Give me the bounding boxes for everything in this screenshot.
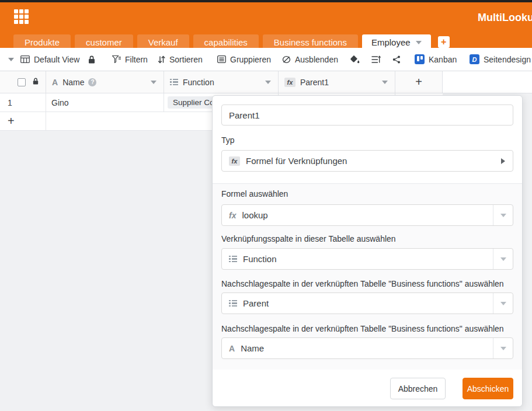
column-menu-icon[interactable] [382, 81, 388, 84]
color-fill-button[interactable] [350, 48, 360, 71]
row-height-button[interactable] [371, 48, 381, 71]
link-column-icon [170, 79, 178, 86]
select-all-checkbox[interactable] [18, 78, 26, 86]
column-type-selector[interactable]: fx Formel für Verknüpfungen [221, 150, 513, 172]
add-column-button[interactable]: + [395, 71, 443, 93]
lock-icon [33, 78, 39, 85]
view-name: Default View [34, 55, 79, 64]
add-row-button[interactable]: + [0, 112, 46, 130]
dropdown-caret[interactable] [493, 205, 513, 225]
app-screen: MultiLookup Produkte customer Verkauf ca… [0, 0, 532, 411]
dropdown-caret[interactable] [493, 338, 513, 358]
chevron-right-icon [501, 158, 505, 164]
group-button[interactable]: Gruppieren [217, 48, 271, 71]
chevron-down-icon [8, 58, 14, 61]
row-height-icon [371, 55, 381, 64]
chevron-down-icon[interactable] [416, 41, 422, 44]
column-header-name[interactable]: A Name ? [46, 71, 164, 93]
column-menu-icon[interactable] [151, 81, 157, 84]
column-name-input[interactable] [221, 105, 513, 126]
text-column-icon: A [229, 344, 235, 353]
apps-grid-icon[interactable] [14, 9, 29, 24]
lookup-column-select-1[interactable]: Parent [221, 292, 513, 314]
table-icon [20, 55, 30, 63]
filter-icon [112, 55, 121, 63]
link-column-select[interactable]: Function [221, 248, 513, 270]
dropdown-caret[interactable] [493, 249, 513, 269]
page-design-button[interactable]: D Seitendesign [470, 48, 531, 71]
view-selector[interactable]: Default View [20, 48, 79, 71]
panel-footer: Abbrechen Abschicken [213, 370, 522, 406]
formula-icon: fx [284, 78, 295, 87]
kanban-icon [415, 54, 425, 64]
grid-header-row: A Name ? Function fx Parent1 + [0, 71, 532, 93]
paint-bucket-icon [350, 55, 360, 64]
lookup-column-label-1: Nachschlagespalte in der verknüpften Tab… [221, 279, 504, 288]
row-number[interactable]: 1 [0, 93, 46, 112]
sort-button[interactable]: Sortieren [158, 48, 203, 71]
chevron-down-icon [500, 257, 506, 261]
dropdown-caret[interactable] [493, 293, 513, 314]
link-column-label: Verknüpfungsspalte in dieser Tabelle aus… [221, 234, 396, 243]
share-icon [392, 55, 401, 64]
sort-icon [158, 55, 165, 64]
column-menu-icon[interactable] [265, 81, 271, 84]
fx-icon: fx [229, 211, 236, 220]
type-label: Typ [221, 135, 235, 145]
submit-button[interactable]: Abschicken [463, 378, 513, 399]
cell-name[interactable]: Gino [46, 93, 164, 112]
lock-view-button[interactable] [88, 48, 95, 71]
kanban-button[interactable]: Kanban [415, 48, 457, 71]
column-header-function[interactable]: Function [164, 71, 279, 93]
eye-slash-icon [282, 55, 291, 64]
lookup-column-select-2[interactable]: A Name [221, 337, 513, 359]
base-title: MultiLookup [478, 12, 532, 24]
lock-icon [88, 55, 95, 64]
view-toolbar: Default View Filtern Sortieren Gruppiere… [0, 48, 532, 71]
group-icon [217, 55, 226, 63]
filter-button[interactable]: Filtern [112, 48, 148, 71]
gutter-header [0, 71, 46, 93]
share-button[interactable] [392, 48, 401, 71]
hide-columns-button[interactable]: Ausblenden [282, 48, 338, 71]
link-column-icon [229, 256, 237, 263]
link-formula-icon: fx [229, 156, 240, 166]
app-header: MultiLookup Produkte customer Verkauf ca… [0, 2, 532, 48]
column-header-parent1[interactable]: fx Parent1 [279, 71, 395, 93]
add-table-button[interactable]: + [438, 36, 450, 48]
chevron-down-icon [500, 347, 506, 350]
page-design-icon: D [470, 54, 479, 64]
chevron-down-icon [500, 214, 506, 217]
cancel-button[interactable]: Abbrechen [390, 378, 446, 399]
column-settings-panel: Typ fx Formel für Verknüpfungen Formel a… [212, 95, 523, 407]
views-collapse-button[interactable] [8, 48, 14, 71]
formula-select-label: Formel auswählen [221, 189, 288, 198]
help-icon: ? [88, 78, 96, 86]
lookup-column-label-2: Nachschlagespalte in der verknüpften Tab… [221, 324, 504, 333]
link-column-icon [229, 300, 237, 307]
formula-select[interactable]: fx lookup [221, 204, 513, 226]
text-column-icon: A [52, 78, 58, 87]
chevron-down-icon [500, 302, 506, 305]
